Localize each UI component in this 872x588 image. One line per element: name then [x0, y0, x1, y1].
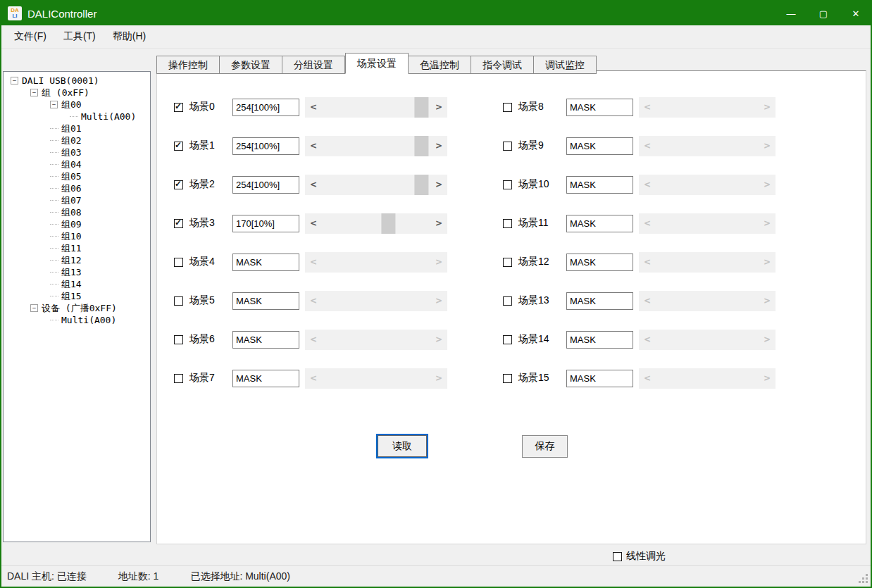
tree-item-label: 组09 — [61, 218, 82, 230]
linear-dimming-checkbox[interactable] — [613, 552, 622, 561]
scene-value-input[interactable] — [232, 370, 299, 387]
scene-level-slider[interactable]: <> — [305, 175, 447, 195]
scene-level-slider[interactable]: <> — [305, 97, 447, 118]
maximize-button[interactable]: ▢ — [807, 0, 840, 27]
scene-checkbox[interactable] — [503, 374, 512, 383]
tree-item[interactable]: 组08 — [4, 206, 150, 218]
scene-checkbox[interactable] — [503, 258, 512, 267]
slider-thumb[interactable] — [381, 213, 395, 234]
slider-thumb[interactable] — [414, 97, 428, 118]
scene-checkbox[interactable] — [174, 374, 183, 383]
scene-checkbox[interactable] — [503, 296, 512, 306]
scene-value-input[interactable] — [232, 292, 299, 310]
scene-value-input[interactable] — [232, 99, 299, 116]
tree-item[interactable]: 组01 — [4, 123, 150, 135]
scene-checkbox[interactable] — [174, 142, 183, 151]
menu-item-1[interactable]: 工具(T) — [55, 27, 104, 46]
slider-track[interactable] — [322, 175, 430, 195]
menu-item-2[interactable]: 帮助(H) — [104, 27, 154, 46]
tree-item[interactable]: 组14 — [4, 278, 150, 290]
tree-item[interactable]: 组13 — [4, 266, 150, 278]
slider-track[interactable] — [322, 97, 430, 118]
tree-leaf-dash — [50, 128, 58, 129]
scene-value-input[interactable] — [232, 215, 299, 232]
scene-value-input[interactable] — [566, 331, 633, 349]
tree-item[interactable]: 组05 — [4, 170, 150, 182]
scene-checkbox[interactable] — [174, 180, 183, 189]
slider-track — [322, 368, 430, 389]
scene-value-input[interactable] — [566, 292, 633, 310]
tree-collapse-icon[interactable]: − — [30, 89, 38, 96]
tree-item[interactable]: −组 (0xFF) — [4, 87, 150, 99]
tree-item[interactable]: 组09 — [4, 218, 150, 230]
tree-collapse-icon[interactable]: − — [50, 101, 58, 108]
tree-item[interactable]: −设备 (广播0xFF) — [4, 302, 150, 314]
tab-0[interactable]: 操作控制 — [156, 56, 220, 74]
scene-value-input[interactable] — [566, 176, 633, 194]
save-button[interactable]: 保存 — [522, 435, 568, 458]
tree-item[interactable]: −组00 — [4, 99, 150, 111]
tab-5[interactable]: 指令调试 — [471, 56, 534, 74]
scene-checkbox[interactable] — [503, 335, 512, 344]
tab-6[interactable]: 调试监控 — [534, 56, 597, 74]
tab-1[interactable]: 参数设置 — [220, 56, 282, 74]
tree-item[interactable]: 组10 — [4, 230, 150, 242]
slider-track[interactable] — [322, 213, 430, 234]
tree-collapse-icon[interactable]: − — [30, 304, 38, 312]
slider-right-arrow-icon[interactable]: > — [430, 136, 447, 156]
close-button[interactable]: ✕ — [840, 0, 872, 27]
slider-left-arrow-icon[interactable]: < — [305, 175, 322, 195]
slider-right-arrow-icon[interactable]: > — [430, 213, 447, 234]
tab-2[interactable]: 分组设置 — [282, 56, 345, 74]
tree-item[interactable]: −DALI USB(0001) — [4, 75, 150, 87]
minimize-button[interactable]: — — [775, 0, 807, 27]
scene-checkbox[interactable] — [174, 219, 183, 228]
slider-left-arrow-icon[interactable]: < — [305, 213, 322, 234]
tree-item[interactable]: 组06 — [4, 182, 150, 194]
scene-checkbox[interactable] — [503, 103, 512, 112]
tree-item[interactable]: 组12 — [4, 254, 150, 266]
scene-checkbox[interactable] — [503, 219, 512, 228]
scene-checkbox[interactable] — [174, 103, 183, 112]
tree-item[interactable]: 组03 — [4, 146, 150, 158]
tab-3[interactable]: 场景设置 — [345, 53, 409, 74]
scene-level-slider[interactable]: <> — [305, 213, 447, 234]
scene-checkbox[interactable] — [174, 258, 183, 267]
scene-checkbox[interactable] — [503, 142, 512, 151]
tree-item[interactable]: 组11 — [4, 242, 150, 254]
slider-track[interactable] — [322, 136, 430, 156]
scene-checkbox[interactable] — [174, 296, 183, 306]
tab-4[interactable]: 色温控制 — [409, 56, 471, 74]
tree-leaf-dash — [50, 296, 58, 296]
tree-item[interactable]: 组04 — [4, 158, 150, 170]
slider-left-arrow-icon: < — [305, 291, 322, 311]
slider-left-arrow-icon[interactable]: < — [305, 97, 322, 118]
scene-value-input[interactable] — [566, 137, 633, 155]
scene-value-input[interactable] — [566, 254, 633, 271]
slider-right-arrow-icon[interactable]: > — [430, 175, 447, 195]
scene-checkbox[interactable] — [503, 180, 512, 189]
slider-thumb[interactable] — [414, 136, 428, 156]
slider-left-arrow-icon[interactable]: < — [305, 136, 322, 156]
scene-value-input[interactable] — [232, 331, 299, 349]
tree-item[interactable]: 组02 — [4, 135, 150, 146]
scene-value-input[interactable] — [566, 99, 633, 116]
scene-checkbox[interactable] — [174, 335, 183, 344]
scene-value-input[interactable] — [232, 254, 299, 271]
tree-item[interactable]: Multi(A00) — [4, 111, 150, 123]
scene-value-input[interactable] — [566, 370, 633, 387]
tree-item[interactable]: 组15 — [4, 290, 150, 302]
scene-level-slider[interactable]: <> — [305, 136, 447, 156]
read-button[interactable]: 读取 — [376, 434, 428, 458]
tree-item[interactable]: Multi(A00) — [4, 314, 150, 326]
scene-value-input[interactable] — [232, 137, 299, 155]
resize-grip[interactable] — [859, 574, 868, 583]
tree-collapse-icon[interactable]: − — [11, 77, 18, 85]
tree-item[interactable]: 组07 — [4, 194, 150, 206]
slider-thumb[interactable] — [414, 175, 428, 195]
menu-item-0[interactable]: 文件(F) — [6, 27, 55, 46]
scene-value-input[interactable] — [566, 215, 633, 232]
scene-value-input[interactable] — [232, 176, 299, 194]
device-tree[interactable]: −DALI USB(0001)−组 (0xFF)−组00Multi(A00)组0… — [3, 71, 151, 542]
slider-right-arrow-icon[interactable]: > — [430, 97, 447, 118]
